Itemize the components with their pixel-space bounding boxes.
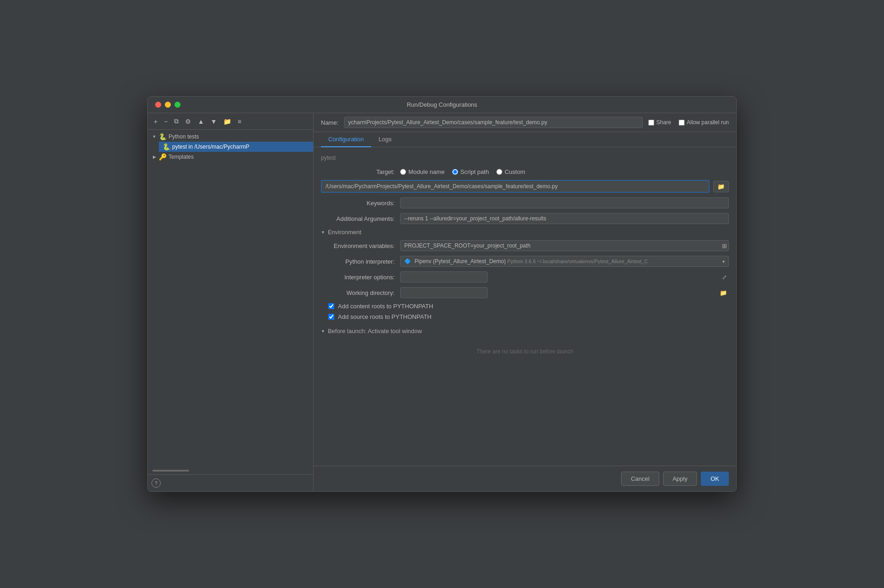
interp-expand-button[interactable]: ⤢: [722, 274, 727, 281]
arrow-up-button[interactable]: ▲: [195, 116, 206, 127]
cancel-button[interactable]: Cancel: [621, 472, 659, 486]
working-dir-browse-button[interactable]: 📁: [720, 289, 727, 296]
folder-button[interactable]: 📁: [221, 116, 233, 127]
name-input[interactable]: [344, 117, 642, 128]
interp-options-row: Interpreter options: ⤢: [321, 271, 729, 282]
remove-config-button[interactable]: −: [162, 116, 170, 127]
python-interp-select[interactable]: 🔷 Pipenv (Pytest_Allure_Airtest_Demo) Py…: [400, 256, 729, 267]
minimize-button[interactable]: [165, 102, 171, 108]
tab-configuration[interactable]: Configuration: [321, 132, 371, 147]
script-path-radio[interactable]: [452, 169, 458, 175]
add-content-roots-checkbox[interactable]: [328, 303, 334, 309]
env-edit-button[interactable]: ⊞: [722, 242, 727, 249]
add-content-roots-label: Add content roots to PYTHONPATH: [338, 303, 433, 310]
custom-radio-label[interactable]: Custom: [496, 168, 525, 175]
additional-args-input[interactable]: [400, 213, 729, 224]
interp-options-label: Interpreter options:: [321, 274, 395, 281]
templates-item[interactable]: ▶ 🔑 Templates: [148, 152, 313, 162]
before-launch-collapse[interactable]: ▼ Before launch: Activate tool window: [321, 328, 729, 334]
pytest-child: 🐍 pytest in /Users/mac/PycharmP: [148, 142, 313, 152]
env-vars-row: Environment variables: ⊞: [321, 240, 729, 251]
keywords-row: Keywords:: [321, 197, 729, 208]
scrollbar-thumb: [152, 470, 189, 472]
working-dir-input[interactable]: [400, 287, 488, 298]
pytest-config-item[interactable]: 🐍 pytest in /Users/mac/PycharmP: [159, 142, 313, 152]
script-path-input[interactable]: [321, 180, 710, 193]
keywords-input[interactable]: [400, 197, 729, 208]
interp-options-wrapper: ⤢: [400, 271, 729, 282]
interp-options-input[interactable]: [400, 271, 488, 282]
templates-icon: 🔑: [159, 153, 167, 161]
share-checkbox-label[interactable]: Share: [648, 119, 671, 126]
tabs-bar: Configuration Logs: [314, 132, 736, 147]
working-dir-label: Working directory:: [321, 289, 395, 296]
custom-label: Custom: [505, 168, 525, 175]
target-radio-group: Module name Script path Custom: [400, 168, 525, 175]
script-path-label: Script path: [460, 168, 489, 175]
expand-arrow: ▼: [151, 134, 157, 139]
before-launch-section: ▼ Before launch: Activate tool window Th…: [321, 328, 729, 364]
config-tree: ▼ 🐍 Python tests 🐍 pytest in /Users/mac/…: [148, 130, 313, 467]
additional-args-label: Additional Arguments:: [321, 215, 395, 222]
add-source-roots-label: Add source roots to PYTHONPATH: [338, 313, 431, 320]
run-debug-dialog: Run/Debug Configurations + − ⧉ ⚙ ▲ ▼ 📁 ≡…: [147, 96, 737, 492]
sidebar-toolbar: + − ⧉ ⚙ ▲ ▼ 📁 ≡: [148, 113, 313, 130]
script-path-radio-label[interactable]: Script path: [452, 168, 489, 175]
window-controls: [155, 102, 180, 108]
dialog-footer: Cancel Apply OK: [314, 466, 736, 491]
env-vars-input[interactable]: [400, 240, 729, 251]
module-name-radio[interactable]: [400, 169, 406, 175]
target-row: Target: Module name Script path Custo: [321, 168, 729, 175]
working-dir-wrapper: 📁: [400, 287, 729, 298]
tab-logs[interactable]: Logs: [371, 132, 399, 147]
sort-button[interactable]: ≡: [235, 116, 244, 127]
interp-detail: Python 3.6.6 ~/.local/share/virtualenvs/…: [507, 259, 648, 264]
parallel-checkbox-label[interactable]: Allow parallel run: [679, 119, 729, 126]
working-dir-row: Working directory: 📁: [321, 287, 729, 298]
main-content: Name: Share Allow parallel run Configura…: [314, 113, 736, 491]
templates-arrow: ▶: [151, 154, 157, 160]
copy-config-button[interactable]: ⧉: [172, 116, 181, 127]
before-launch-arrow: ▼: [321, 329, 325, 334]
dialog-body: + − ⧉ ⚙ ▲ ▼ 📁 ≡ ▼ 🐍 Python tests: [148, 113, 736, 491]
module-name-label: Module name: [408, 168, 445, 175]
parallel-label: Allow parallel run: [687, 119, 729, 126]
add-source-roots-row: Add source roots to PYTHONPATH: [321, 313, 729, 320]
dialog-title: Run/Debug Configurations: [407, 101, 477, 108]
pytest-label: pytest in /Users/mac/PycharmP: [172, 144, 249, 150]
custom-radio[interactable]: [496, 169, 502, 175]
arrow-down-button[interactable]: ▼: [208, 116, 219, 127]
add-config-button[interactable]: +: [151, 116, 160, 127]
parallel-checkbox[interactable]: [679, 120, 685, 126]
share-checkbox[interactable]: [648, 120, 654, 126]
interp-dropdown-arrow: ▾: [722, 259, 725, 264]
environment-collapse[interactable]: ▼ Environment: [321, 229, 729, 236]
help-button[interactable]: ?: [151, 478, 161, 488]
env-vars-label: Environment variables:: [321, 242, 395, 249]
before-launch-label: Before launch: Activate tool window: [328, 328, 422, 334]
group-label: Python tests: [169, 133, 199, 140]
maximize-button[interactable]: [174, 102, 180, 108]
pytest-section-header: pytest: [321, 155, 729, 163]
close-button[interactable]: [155, 102, 161, 108]
python-interp-label: Python interpreter:: [321, 258, 395, 265]
add-source-roots-checkbox[interactable]: [328, 314, 334, 320]
env-collapse-arrow: ▼: [321, 230, 325, 235]
interp-name: Pipenv (Pytest_Allure_Airtest_Demo): [414, 258, 506, 265]
title-bar: Run/Debug Configurations: [148, 97, 736, 113]
python-tests-group-item[interactable]: ▼ 🐍 Python tests: [148, 132, 313, 142]
templates-label: Templates: [169, 154, 194, 160]
name-options: Share Allow parallel run: [648, 119, 729, 126]
ok-button[interactable]: OK: [701, 472, 729, 486]
module-name-radio-label[interactable]: Module name: [400, 168, 445, 175]
share-label: Share: [657, 119, 671, 126]
name-label: Name:: [321, 119, 338, 126]
sidebar: + − ⧉ ⚙ ▲ ▼ 📁 ≡ ▼ 🐍 Python tests: [148, 113, 314, 491]
settings-config-button[interactable]: ⚙: [183, 116, 193, 127]
sidebar-scrollbar[interactable]: [151, 469, 309, 473]
apply-button[interactable]: Apply: [663, 472, 698, 486]
no-tasks-message: There are no tasks to run before launch: [321, 339, 729, 364]
python-tests-group: ▼ 🐍 Python tests 🐍 pytest in /Users/mac/…: [148, 132, 313, 152]
script-browse-button[interactable]: 📁: [713, 181, 729, 192]
target-label: Target:: [321, 168, 395, 175]
